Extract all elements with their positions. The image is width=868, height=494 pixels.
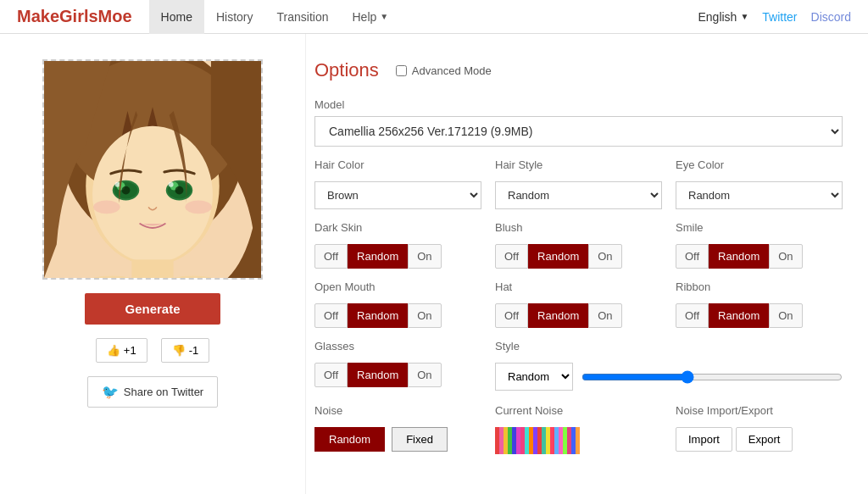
svg-rect-18 [495,427,499,454]
blush-random[interactable]: Random [528,244,588,269]
nav-history[interactable]: History [204,0,265,34]
nav-help[interactable]: Help ▼ [340,0,400,34]
ribbon-group: Ribbon Off Random On [676,280,843,328]
svg-rect-37 [576,427,580,454]
hair-color-label: Hair Color [314,158,481,171]
downvote-button[interactable]: 👎 -1 [161,338,210,363]
dark-skin-on[interactable]: On [408,244,441,269]
hair-color-select[interactable]: BrownRandomBlackBlondeBlue [314,181,481,209]
smile-off[interactable]: Off [676,244,709,269]
open-mouth-toggle: Off Random On [314,303,481,328]
smile-label: Smile [676,221,843,234]
share-twitter-button[interactable]: 🐦 Share on Twitter [87,376,218,408]
noise-bars-display [495,427,580,454]
right-panel: Options Advanced Mode Model Camellia 256… [305,34,868,494]
glasses-off[interactable]: Off [314,363,348,387]
svg-rect-35 [567,427,571,454]
ribbon-off[interactable]: Off [676,303,709,328]
vote-row: 👍 +1 👎 -1 [96,338,209,363]
svg-rect-28 [537,427,542,454]
dark-skin-toggle: Off Random On [314,244,481,269]
dark-skin-label: Dark Skin [314,221,481,234]
svg-point-14 [175,186,184,195]
advanced-mode-checkbox[interactable] [396,65,407,76]
generate-button[interactable]: Generate [85,293,220,325]
hair-style-select[interactable]: RandomShortLongTwin Tails [495,181,662,209]
left-panel: Generate 👍 +1 👎 -1 🐦 Share on Twitter [0,34,305,494]
glasses-on[interactable]: On [408,363,441,387]
chevron-down-icon: ▼ [380,12,388,21]
hair-color-group: Hair Color BrownRandomBlackBlondeBlue [314,158,481,209]
svg-rect-33 [559,427,563,454]
import-button[interactable]: Import [676,427,732,452]
svg-point-4 [92,126,213,263]
svg-rect-34 [563,427,567,454]
noise-fixed[interactable]: Fixed [392,427,448,452]
svg-point-12 [169,182,174,187]
advanced-mode-toggle[interactable]: Advanced Mode [396,64,492,77]
noise-import-export-group: Noise Import/Export Import Export [676,404,843,452]
hat-off[interactable]: Off [495,303,528,328]
blush-off[interactable]: Off [495,244,528,269]
language-selector[interactable]: English ▼ [698,10,748,24]
svg-rect-31 [550,427,554,454]
hair-style-label: Hair Style [495,158,662,171]
svg-rect-26 [529,427,533,454]
twitter-header-link[interactable]: Twitter [762,10,797,24]
nav-links: Home History Transition Help ▼ [149,0,698,34]
svg-rect-17 [131,259,173,280]
eye-color-select[interactable]: RandomBrownBlueGreen [676,181,843,209]
nav-home[interactable]: Home [149,0,204,34]
glasses-group: Glasses Off Random On [314,340,481,391]
smile-group: Smile Off Random On [676,221,843,269]
noise-random[interactable]: Random [314,427,385,452]
svg-rect-30 [546,427,550,454]
hat-random[interactable]: Random [528,303,588,328]
blush-on[interactable]: On [588,244,621,269]
header: MakeGirlsMoe Home History Transition Hel… [0,0,868,34]
thumbs-up-icon: 👍 [107,344,120,357]
dark-skin-off[interactable]: Off [314,244,348,269]
glasses-label: Glasses [314,340,481,352]
ribbon-random[interactable]: Random [709,303,769,328]
svg-rect-27 [533,427,537,454]
hat-toggle: Off Random On [495,303,662,328]
model-select[interactable]: Camellia 256x256 Ver.171219 (9.9MB) [314,116,843,147]
style-row: Random [495,363,843,391]
style-select[interactable]: Random [495,363,573,391]
mouth-off[interactable]: Off [314,303,348,328]
ribbon-on[interactable]: On [769,303,802,328]
svg-rect-22 [512,427,516,454]
svg-rect-36 [571,427,576,454]
blush-toggle: Off Random On [495,244,662,269]
svg-point-16 [185,200,212,214]
hair-style-group: Hair Style RandomShortLongTwin Tails [495,158,662,209]
export-button[interactable]: Export [736,427,793,452]
discord-header-link[interactable]: Discord [811,10,851,24]
mouth-on[interactable]: On [408,303,441,328]
nav-transition[interactable]: Transition [265,0,341,34]
style-label: Style [495,340,843,352]
mouth-random[interactable]: Random [348,303,408,328]
dark-skin-random[interactable]: Random [348,244,408,269]
blush-label: Blush [495,221,662,234]
import-export-row: Import Export [676,427,843,452]
hat-on[interactable]: On [588,303,621,328]
smile-toggle: Off Random On [676,244,843,269]
dark-skin-group: Dark Skin Off Random On [314,221,481,269]
style-slider[interactable] [581,370,843,384]
svg-rect-19 [499,427,504,454]
upvote-button[interactable]: 👍 +1 [96,338,147,363]
smile-on[interactable]: On [769,244,802,269]
svg-point-13 [122,186,131,195]
smile-random[interactable]: Random [709,244,769,269]
options-title: Options [314,59,379,81]
svg-rect-21 [508,427,512,454]
options-header: Options Advanced Mode [314,59,843,81]
main-layout: Generate 👍 +1 👎 -1 🐦 Share on Twitter Op… [0,34,868,494]
hair-eye-row: Hair Color BrownRandomBlackBlondeBlue Ha… [314,158,843,209]
glasses-random[interactable]: Random [348,363,408,387]
model-section: Model Camellia 256x256 Ver.171219 (9.9MB… [314,98,843,147]
bottom-row: Noise Random Fixed Current Noise [314,404,843,454]
image-container [42,59,263,280]
